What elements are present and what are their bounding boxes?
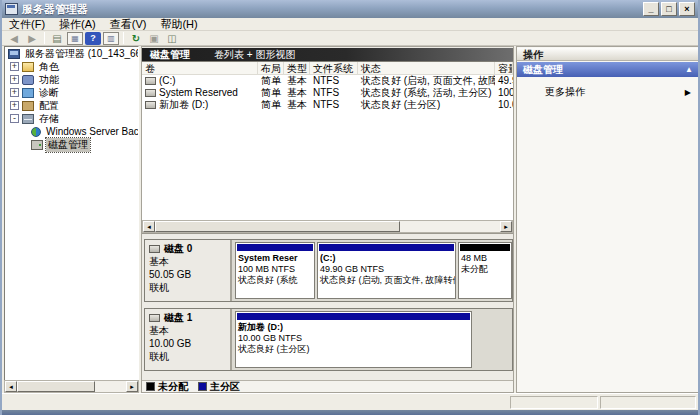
volume-list: 卷 布局 类型 文件系统 状态 容量 (C:) 简单 基本 NTFS 状态良好 …	[142, 61, 513, 220]
window-title: 服务器管理器	[22, 2, 88, 17]
col-capacity[interactable]: 容量	[495, 62, 513, 75]
diagnostics-icon	[22, 88, 34, 98]
pane-header: 磁盘管理 卷列表 + 图形视图	[142, 48, 513, 61]
tree-item-windows-server-backup[interactable]: Windows Server Backup	[5, 125, 138, 138]
tree-item-diagnostics[interactable]: + 诊断	[5, 86, 138, 99]
disk-snapin-icon[interactable]: ◫	[164, 32, 180, 45]
scrollbar-thumb[interactable]	[17, 381, 95, 392]
partition-d[interactable]: 新加卷 (D:) 10.00 GB NTFS 状态良好 (主分区)	[235, 311, 472, 368]
toolbar: ◀ ▶ ▤ ▦ ? ▥ ↻ ▣ ◫	[2, 31, 698, 46]
volume-row-c[interactable]: (C:) 简单 基本 NTFS 状态良好 (启动, 页面文件, 故障转储, 主分…	[142, 75, 513, 87]
tree-horizontal-scrollbar[interactable]: ◂ ▸	[4, 380, 139, 393]
volume-name: (C:)	[159, 75, 176, 87]
legend-label: 主分区	[210, 380, 240, 394]
console-tree: 服务器管理器 (10_143_66_206) + 角色 + 功能 + 诊断 + …	[4, 46, 139, 393]
maximize-button[interactable]: □	[661, 2, 677, 16]
scroll-right-icon[interactable]: ▸	[500, 221, 512, 232]
volume-row-d[interactable]: 新加卷 (D:) 简单 基本 NTFS 状态良好 (主分区) 10.0	[142, 99, 513, 111]
expand-icon[interactable]: +	[10, 62, 19, 71]
disk-0-row: 磁盘 0 基本 50.05 GB 联机 System Reser 100 MB …	[144, 239, 513, 302]
tree-item-configuration[interactable]: + 配置	[5, 99, 138, 112]
col-type[interactable]: 类型	[284, 62, 310, 75]
expand-icon[interactable]: +	[10, 75, 19, 84]
status-cell	[600, 396, 696, 409]
scroll-left-icon[interactable]: ◂	[5, 381, 17, 392]
col-volume[interactable]: 卷	[142, 62, 258, 75]
partition-unallocated[interactable]: 48 MB 未分配	[458, 242, 512, 299]
tree-item-root[interactable]: 服务器管理器 (10_143_66_206)	[5, 47, 138, 60]
disk-management-pane: 磁盘管理 卷列表 + 图形视图 卷 布局 类型 文件系统 状态 容量 (C:) …	[141, 46, 514, 393]
tree-root-label: 服务器管理器 (10_143_66_206)	[23, 47, 139, 61]
tree-item-label-selected: 磁盘管理	[46, 138, 90, 152]
tree-item-label: 配置	[37, 99, 61, 113]
col-filesystem[interactable]: 文件系统	[310, 62, 358, 75]
col-layout[interactable]: 布局	[258, 62, 284, 75]
disk-status: 联机	[149, 350, 226, 363]
volume-status: 状态良好 (主分区)	[358, 99, 495, 111]
disk-1-label[interactable]: 磁盘 1 基本 10.00 GB 联机	[145, 309, 232, 370]
disk-0-label[interactable]: 磁盘 0 基本 50.05 GB 联机	[145, 240, 232, 301]
refresh-icon[interactable]: ↻	[128, 32, 144, 45]
graphical-view: 磁盘 0 基本 50.05 GB 联机 System Reser 100 MB …	[142, 233, 513, 380]
partition-c[interactable]: (C:) 49.90 GB NTFS 状态良好 (启动, 页面文件, 故障转储,	[317, 242, 456, 299]
help-icon[interactable]: ?	[85, 32, 101, 45]
forward-icon[interactable]: ▶	[24, 32, 40, 45]
partition-size: 10.00 GB NTFS	[238, 333, 469, 344]
partition-type-bar	[319, 244, 454, 251]
actions-section-label: 磁盘管理	[523, 62, 563, 77]
partition-title: (C:)	[320, 253, 453, 264]
title-bar[interactable]: 服务器管理器 _ □ ×	[2, 0, 698, 18]
menu-file[interactable]: 文件(F)	[2, 18, 52, 31]
partition-system-reserved[interactable]: System Reser 100 MB NTFS 状态良好 (系统	[235, 242, 315, 299]
partition-type-bar	[237, 313, 470, 320]
scroll-right-icon[interactable]: ▸	[126, 381, 138, 392]
menu-action[interactable]: 操作(A)	[52, 18, 103, 31]
more-actions-label: 更多操作	[545, 85, 585, 99]
toolbar-separator	[44, 32, 45, 44]
tree-item-roles[interactable]: + 角色	[5, 60, 138, 73]
close-button[interactable]: ×	[679, 2, 695, 16]
back-icon[interactable]: ◀	[6, 32, 22, 45]
menu-view[interactable]: 查看(V)	[103, 18, 154, 31]
volume-layout: 简单	[258, 99, 284, 111]
properties-icon[interactable]: ▣	[146, 32, 162, 45]
volume-row-system-reserved[interactable]: System Reserved 简单 基本 NTFS 状态良好 (系统, 活动,…	[142, 87, 513, 99]
scrollbar-thumb[interactable]	[155, 221, 400, 232]
expand-icon[interactable]: +	[10, 88, 19, 97]
volume-list-horizontal-scrollbar[interactable]: ◂ ▸	[142, 220, 513, 233]
volume-name: 新加卷 (D:)	[159, 99, 208, 111]
collapse-chevron-icon[interactable]: ▲	[685, 62, 693, 77]
disk-management-icon	[31, 140, 43, 150]
col-status[interactable]: 状态	[358, 62, 495, 75]
windows-server-backup-icon	[31, 127, 41, 137]
volume-icon	[145, 101, 156, 109]
minimize-button[interactable]: _	[643, 2, 659, 16]
volume-icon	[145, 89, 156, 97]
partition-type-bar	[237, 244, 313, 251]
expand-icon[interactable]: +	[10, 101, 19, 110]
partition-size: 100 MB NTFS	[238, 264, 312, 275]
pane-view-label: 卷列表 + 图形视图	[214, 48, 295, 62]
scroll-left-icon[interactable]: ◂	[143, 221, 155, 232]
collapse-icon[interactable]: -	[10, 114, 19, 123]
menu-help[interactable]: 帮助(H)	[153, 18, 204, 31]
primary-partition-swatch-icon	[198, 382, 207, 391]
tree-item-disk-management[interactable]: 磁盘管理	[5, 138, 138, 151]
disk-type: 基本	[149, 324, 226, 337]
volume-name: System Reserved	[159, 87, 238, 99]
configuration-icon	[22, 101, 34, 111]
show-hide-tree-icon[interactable]: ▤	[49, 32, 65, 45]
tree-item-storage[interactable]: - 存储	[5, 112, 138, 125]
disk-size: 10.00 GB	[149, 337, 226, 350]
tree-item-label: Windows Server Backup	[44, 126, 139, 137]
partition-status: 未分配	[461, 264, 509, 275]
partition-title: 新加卷 (D:)	[238, 322, 469, 333]
action-pane-icon[interactable]: ▥	[103, 32, 119, 45]
status-bar	[2, 393, 698, 410]
more-actions-item[interactable]: 更多操作 ▶	[517, 85, 699, 99]
server-manager-icon	[5, 3, 18, 15]
tree-item-features[interactable]: + 功能	[5, 73, 138, 86]
volume-fs: NTFS	[310, 75, 358, 87]
export-list-icon[interactable]: ▦	[67, 32, 83, 45]
actions-section-disk-management[interactable]: 磁盘管理 ▲	[517, 62, 699, 77]
